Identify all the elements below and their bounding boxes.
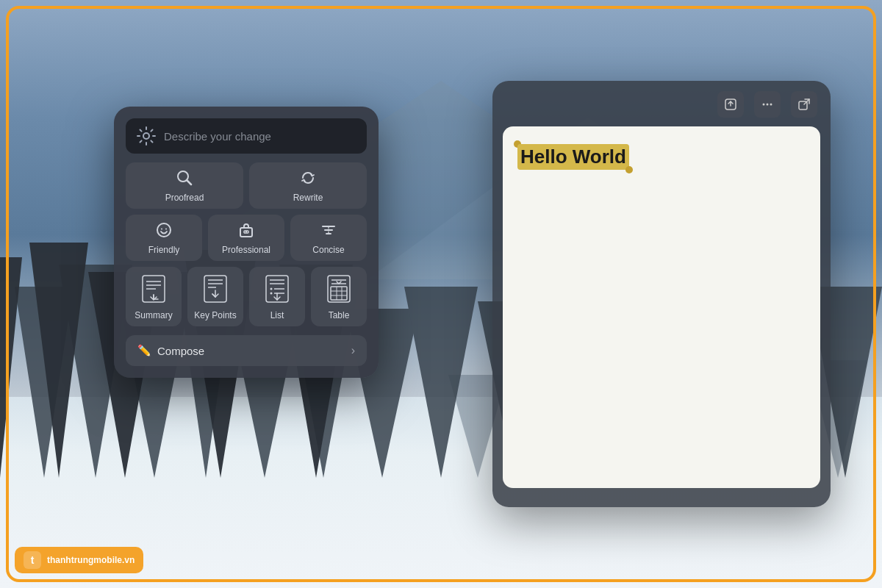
professional-label: Professional — [222, 245, 270, 255]
svg-point-69 — [763, 104, 765, 106]
list-label: List — [270, 310, 284, 320]
gear-icon — [136, 126, 157, 146]
proofread-label: Proofread — [165, 193, 204, 203]
compose-label: Compose — [157, 345, 204, 357]
external-link-icon — [797, 98, 811, 111]
external-link-button[interactable] — [791, 91, 817, 118]
professional-icon — [238, 222, 254, 240]
table-label: Table — [329, 310, 350, 320]
btn-row-tone: Friendly Professional — [126, 215, 367, 261]
friendly-icon — [156, 222, 172, 240]
table-button[interactable]: Table — [311, 267, 367, 326]
summary-icon — [141, 274, 166, 306]
compose-chevron-icon: › — [351, 344, 355, 357]
ai-writing-panel: Describe your change Proofread Re — [114, 107, 379, 378]
friendly-button[interactable]: Friendly — [126, 215, 202, 261]
watermark-text: thanhtrungmobile.vn — [47, 555, 135, 565]
proofread-button[interactable]: Proofread — [126, 162, 243, 209]
hello-world-selection: Hello World — [517, 144, 629, 170]
svg-marker-22 — [0, 257, 22, 478]
svg-point-71 — [770, 104, 772, 106]
friendly-label: Friendly — [148, 245, 180, 255]
key-points-button[interactable]: Key Points — [187, 267, 243, 326]
notes-content: Hello World — [503, 126, 820, 488]
more-button[interactable] — [754, 91, 781, 118]
svg-point-34 — [165, 229, 167, 230]
share-icon — [724, 98, 737, 111]
selection-dot-br — [625, 166, 633, 173]
pencil-icon: ✏️ — [137, 344, 151, 357]
svg-point-55 — [270, 288, 273, 290]
svg-rect-63 — [331, 287, 347, 300]
btn-row-proofread-rewrite: Proofread Rewrite — [126, 162, 367, 209]
compose-left: ✏️ Compose — [137, 344, 204, 357]
ellipsis-icon — [761, 98, 774, 111]
rewrite-label: Rewrite — [293, 193, 323, 203]
concise-label: Concise — [312, 245, 344, 255]
summary-label: Summary — [135, 310, 172, 320]
key-points-label: Key Points — [194, 310, 236, 320]
svg-line-31 — [187, 180, 191, 184]
watermark: t thanhtrungmobile.vn — [15, 547, 143, 573]
svg-point-57 — [270, 293, 273, 295]
ai-panel-header[interactable]: Describe your change — [126, 118, 367, 154]
concise-icon — [320, 222, 337, 240]
svg-point-29 — [143, 133, 149, 139]
proofread-icon — [176, 170, 193, 188]
btn-row-format: Summary Key Points — [126, 267, 367, 326]
key-points-icon — [203, 274, 228, 306]
svg-point-32 — [157, 223, 171, 237]
svg-point-33 — [161, 229, 162, 230]
compose-row[interactable]: ✏️ Compose › — [126, 335, 367, 366]
share-button[interactable] — [717, 91, 744, 118]
professional-button[interactable]: Professional — [208, 215, 284, 261]
svg-point-70 — [767, 104, 769, 106]
watermark-icon: t — [24, 551, 41, 569]
notes-panel: Hello World — [492, 81, 831, 507]
notes-toolbar — [503, 91, 820, 118]
summary-button[interactable]: Summary — [126, 267, 182, 326]
table-icon — [326, 274, 351, 306]
list-button[interactable]: List — [249, 267, 305, 326]
header-placeholder-text: Describe your change — [164, 130, 271, 143]
selected-text: Hello World — [517, 144, 629, 170]
list-icon — [265, 274, 290, 306]
concise-button[interactable]: Concise — [290, 215, 367, 261]
rewrite-icon — [300, 170, 316, 188]
rewrite-button[interactable]: Rewrite — [249, 162, 367, 209]
